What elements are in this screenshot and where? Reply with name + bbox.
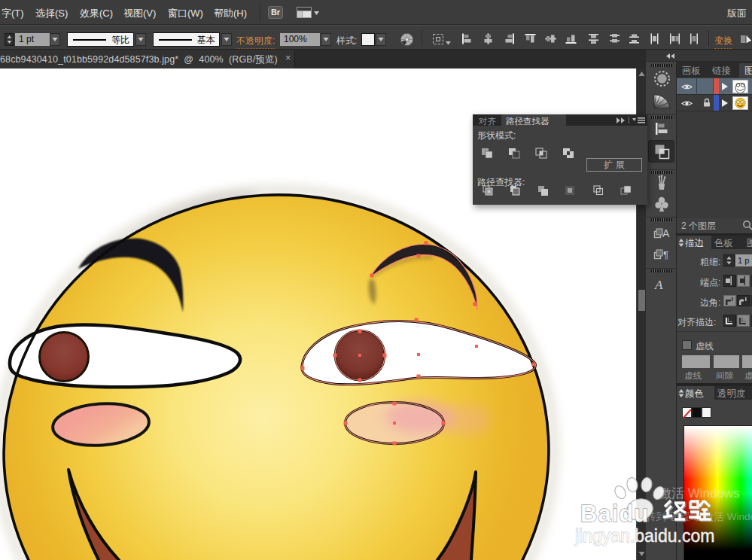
svg-text:Baidu: Baidu [580, 501, 649, 527]
svg-text:激活 Windows: 激活 Windows [659, 486, 740, 501]
svg-text:jingyan.baidu.com: jingyan.baidu.com [574, 526, 714, 546]
svg-text:¶: ¶ [663, 249, 668, 260]
svg-text:A: A [662, 227, 670, 239]
svg-text:A: A [654, 278, 663, 292]
